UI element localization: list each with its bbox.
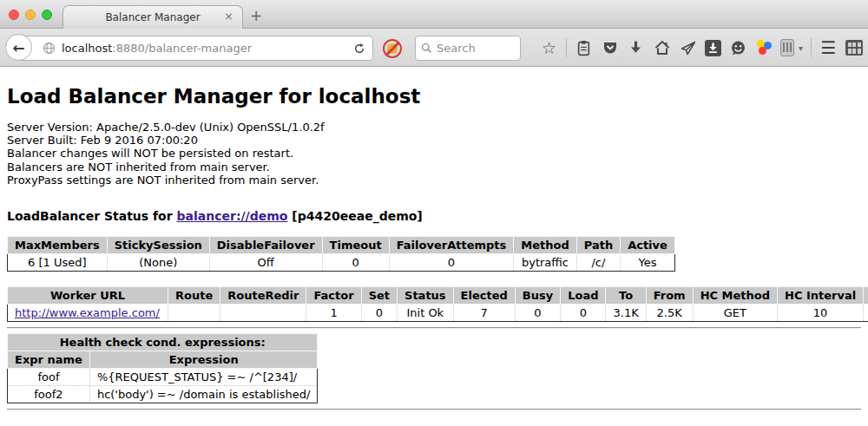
col-set: Set	[361, 287, 397, 305]
proxypass-note-line: ProxyPass settings are NOT inherited fro…	[7, 174, 861, 187]
tab-title: Balancer Manager	[105, 11, 200, 23]
url-host: localhost	[62, 42, 112, 55]
server-built-line: Server Built: Feb 9 2016 07:00:20	[7, 134, 861, 147]
search-bar[interactable]	[415, 36, 521, 61]
col-maxmembers: MaxMembers	[8, 237, 108, 254]
cell-expression: %{REQUEST_STATUS} =~ /^[234]/	[89, 369, 318, 386]
new-tab-button[interactable]: +	[250, 7, 262, 24]
col-hc-interval: HC Interval	[778, 287, 864, 305]
cell-busy: 0	[515, 305, 560, 322]
col-to: To	[606, 287, 646, 305]
url-text[interactable]: localhost:8880/balancer-manager	[62, 42, 353, 55]
window-close-button[interactable]	[9, 10, 19, 20]
extension-dots-icon[interactable]	[755, 39, 773, 56]
table-row: foof %{REQUEST_STATUS} =~ /^[234]/	[8, 369, 318, 386]
cell-from: 2.5K	[646, 305, 693, 322]
status-heading-suffix: [p4420eeae_demo]	[287, 209, 422, 223]
col-active: Active	[621, 237, 675, 254]
health-table-title: Health check cond. expressions:	[8, 334, 318, 351]
browser-tab[interactable]: Balancer Manager ×	[62, 5, 243, 29]
container-icon[interactable]	[780, 39, 794, 56]
cell-expr-name: foof2	[8, 386, 90, 403]
worker-url-link[interactable]: http://www.example.com/	[15, 306, 160, 319]
section-divider	[7, 409, 861, 410]
downloads-panel-icon[interactable]	[705, 40, 721, 56]
page-content: Load Balancer Manager for localhost Serv…	[0, 83, 868, 410]
status-heading-prefix: LoadBalancer Status for	[7, 209, 177, 223]
balancer-settings-table: MaxMembers StickySession DisableFailover…	[7, 236, 675, 272]
back-button[interactable]: ←	[5, 34, 32, 61]
col-method: Method	[514, 237, 576, 254]
cell-factor: 1	[306, 305, 361, 322]
cell-hc-interval: 10	[778, 305, 864, 322]
hamburger-menu-icon[interactable]: ☰	[819, 39, 838, 57]
table-header-row: Worker URL Route RouteRedir Factor Set S…	[8, 287, 868, 305]
col-expression: Expression	[89, 351, 318, 369]
col-from: From	[646, 287, 693, 305]
plugin-blocked-icon[interactable]	[383, 39, 402, 58]
cell-method: bytraffic	[514, 254, 576, 272]
balancer-status-heading: LoadBalancer Status for balancer://demo …	[7, 208, 861, 224]
col-hc-method: HC Method	[693, 287, 777, 305]
window-minimize-button[interactable]	[25, 10, 36, 20]
col-route: Route	[168, 287, 220, 305]
bookmark-star-icon[interactable]: ☆	[540, 39, 558, 57]
url-bar[interactable]: localhost:8880/balancer-manager	[19, 36, 373, 61]
col-routeredir: RouteRedir	[220, 287, 306, 305]
table-row: foof2 hc('body') =~ /domain is establish…	[8, 386, 318, 403]
cell-load: 0	[561, 305, 606, 322]
window-zoom-button[interactable]	[42, 10, 52, 20]
toolbar-separator	[811, 38, 812, 57]
col-disablefailover: DisableFailover	[209, 237, 322, 254]
search-input[interactable]	[437, 42, 511, 55]
col-expr-name: Expr name	[8, 351, 90, 369]
search-icon	[421, 43, 432, 54]
col-passes: Passes	[864, 287, 868, 305]
window-titlebar: Balancer Manager × +	[0, 0, 868, 29]
cell-expr-name: foof	[8, 369, 90, 386]
server-version-line: Server Version: Apache/2.5.0-dev (Unix) …	[7, 121, 861, 134]
cell-failoverattempts: 0	[389, 254, 514, 272]
cell-worker-url: http://www.example.com/	[8, 305, 168, 322]
cell-routeredir	[220, 305, 306, 322]
col-busy: Busy	[515, 287, 560, 305]
pocket-icon[interactable]	[601, 39, 619, 57]
globe-icon	[43, 42, 56, 55]
col-failoverattempts: FailoverAttempts	[389, 237, 514, 254]
cell-timeout: 0	[322, 254, 389, 272]
tab-groups-grid-icon[interactable]	[845, 40, 863, 56]
toolbar-icons: ☆	[540, 29, 863, 67]
cell-to: 3.1K	[606, 305, 646, 322]
tab-close-icon[interactable]: ×	[224, 10, 233, 23]
table-header-row: MaxMembers StickySession DisableFailover…	[8, 237, 675, 254]
col-load: Load	[561, 287, 606, 305]
col-factor: Factor	[306, 287, 361, 305]
navigation-toolbar: ← localhost:8880/balancer-manager	[0, 29, 868, 67]
section-divider	[7, 327, 861, 329]
col-timeout: Timeout	[322, 237, 389, 254]
home-icon[interactable]	[653, 39, 671, 57]
url-path: :8880/balancer-manager	[112, 42, 252, 55]
download-arrow-icon[interactable]	[627, 39, 645, 57]
table-row: 6 [1 Used] (None) Off 0 0 bytraffic /c/ …	[8, 254, 675, 272]
worker-status-table: Worker URL Route RouteRedir Factor Set S…	[7, 286, 868, 322]
send-plane-icon[interactable]	[679, 39, 697, 57]
col-stickysession: StickySession	[107, 237, 209, 254]
cell-hc-method: GET	[693, 305, 777, 322]
toolbar-separator	[566, 38, 567, 57]
table-row: http://www.example.com/ 1 0 Init Ok 7 0 …	[8, 305, 868, 322]
feedback-smiley-icon[interactable]	[729, 39, 747, 57]
col-status: Status	[398, 287, 454, 305]
col-path: Path	[576, 237, 620, 254]
cell-set: 0	[361, 305, 397, 322]
chevron-down-icon[interactable]: ▾	[799, 43, 803, 53]
cell-elected: 7	[453, 305, 515, 322]
table-header-row: Expr name Expression	[8, 351, 318, 369]
cell-route	[168, 305, 220, 322]
balancer-link[interactable]: balancer://demo	[177, 209, 288, 223]
page-title: Load Balancer Manager for localhost	[7, 83, 861, 109]
reload-icon[interactable]	[353, 43, 365, 55]
cell-expression: hc('body') =~ /domain is established/	[89, 386, 318, 403]
clipboard-icon[interactable]	[575, 39, 593, 57]
health-check-table: Health check cond. expressions: Expr nam…	[7, 333, 318, 403]
